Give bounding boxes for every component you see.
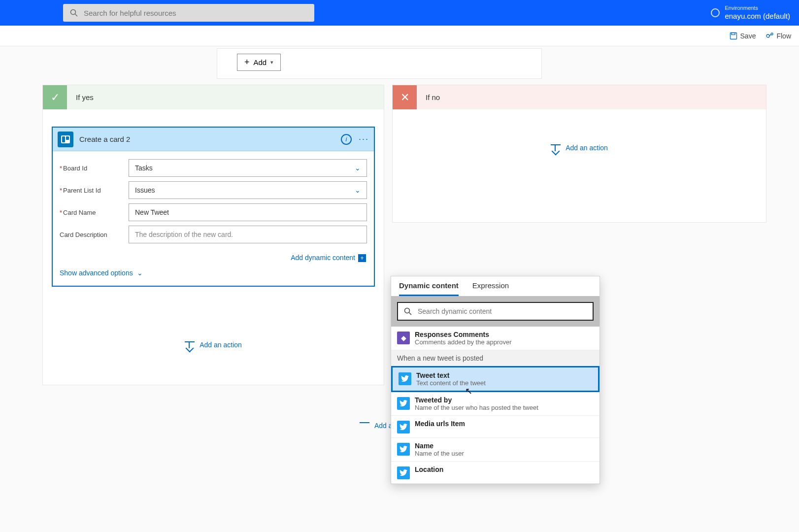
dynamic-content-popover: Dynamic content Expression ◆ Responses C… — [391, 276, 600, 484]
dc-item-name[interactable]: Name Name of the user — [391, 438, 599, 462]
more-menu-icon[interactable]: ··· — [359, 134, 369, 144]
svg-point-4 — [766, 34, 769, 37]
dc-item-location[interactable]: Location — [391, 462, 599, 484]
dynamic-content-search[interactable] — [397, 302, 594, 321]
trello-icon — [58, 132, 73, 147]
twitter-icon — [397, 421, 410, 433]
chevron-down-icon: ⌄ — [137, 269, 143, 277]
environment-picker[interactable]: Environments enayu.com (default) — [711, 4, 790, 21]
dc-group-header: When a new tweet is posted — [391, 350, 599, 366]
env-value: enayu.com (default) — [725, 11, 790, 21]
parent-list-label: *Parent List Id — [60, 187, 129, 194]
dc-item-tweet-text[interactable]: Tweet text Text content of the tweet — [391, 366, 599, 392]
show-advanced-options[interactable]: Show advanced options ⌄ — [53, 262, 374, 286]
card-name-input[interactable]: New Tweet — [129, 203, 367, 221]
card-desc-input[interactable] — [129, 226, 367, 243]
dc-item-responses-comments[interactable]: ◆ Responses Comments Comments added by t… — [391, 327, 599, 350]
insert-step-icon — [360, 422, 369, 429]
close-icon: ✕ — [393, 85, 417, 109]
tab-dynamic-content[interactable]: Dynamic content — [399, 281, 459, 296]
search-icon — [70, 9, 78, 17]
twitter-icon — [397, 466, 410, 479]
board-id-label: *Board Id — [60, 165, 129, 172]
svg-point-0 — [71, 10, 76, 15]
action-title: Create a card 2 — [79, 135, 130, 143]
search-input[interactable] — [84, 9, 307, 17]
dc-item-media-urls[interactable]: Media urls Item — [391, 416, 599, 438]
plus-icon: + — [358, 254, 366, 262]
svg-point-7 — [405, 308, 410, 313]
if-yes-add-action[interactable]: Add an action — [43, 341, 384, 349]
flow-canvas: + Add ▾ ✓ If yes Create a card 2 i ··· *… — [0, 46, 799, 532]
add-dynamic-content-link[interactable]: Add dynamic content+ — [53, 252, 374, 262]
svg-line-1 — [75, 14, 78, 17]
top-bar: Environments enayu.com (default) — [0, 0, 799, 26]
save-button[interactable]: Save — [730, 32, 756, 40]
approvals-icon: ◆ — [397, 332, 410, 344]
card-name-label: *Card Name — [60, 209, 129, 216]
condition-add-button[interactable]: + Add ▾ — [237, 54, 281, 71]
if-no-header: ✕ If no — [393, 85, 766, 109]
insert-step-icon — [185, 341, 195, 348]
twitter-icon — [399, 372, 411, 385]
svg-line-6 — [769, 34, 771, 36]
twitter-icon — [397, 443, 410, 456]
plus-icon: + — [244, 57, 250, 67]
info-icon[interactable]: i — [341, 134, 352, 145]
chevron-down-icon: ⌄ — [355, 186, 361, 194]
twitter-icon — [397, 397, 410, 410]
board-id-select[interactable]: Tasks ⌄ — [129, 159, 367, 177]
dc-item-tweeted-by[interactable]: Tweeted by Name of the user who has post… — [391, 392, 599, 416]
card-desc-label: Card Description — [60, 231, 129, 238]
dynamic-content-list[interactable]: ◆ Responses Comments Comments added by t… — [391, 327, 599, 484]
chevron-down-icon: ⌄ — [355, 164, 361, 172]
tab-expression[interactable]: Expression — [472, 281, 509, 296]
global-search[interactable] — [63, 4, 314, 22]
search-icon — [404, 307, 412, 315]
command-bar: Save Flow — [0, 26, 799, 46]
if-yes-branch: ✓ If yes Create a card 2 i ··· *Board Id… — [42, 85, 384, 385]
if-no-branch: ✕ If no Add an action — [392, 85, 766, 223]
trello-create-card-action: Create a card 2 i ··· *Board Id Tasks ⌄ … — [52, 127, 375, 287]
if-yes-header: ✓ If yes — [43, 85, 384, 109]
action-header[interactable]: Create a card 2 i ··· — [53, 128, 374, 151]
svg-rect-3 — [732, 33, 735, 34]
condition-card-footer: + Add ▾ — [217, 48, 542, 79]
globe-icon — [711, 8, 720, 17]
svg-line-8 — [409, 313, 412, 315]
flow-checker-button[interactable]: Flow — [766, 32, 791, 40]
env-label: Environments — [725, 4, 790, 11]
chevron-down-icon: ▾ — [270, 59, 273, 66]
svg-point-5 — [771, 33, 773, 35]
parent-list-select[interactable]: Issues ⌄ — [129, 181, 367, 199]
check-icon: ✓ — [43, 85, 67, 109]
insert-step-icon — [551, 144, 561, 151]
if-no-add-action[interactable]: Add an action — [393, 144, 766, 152]
